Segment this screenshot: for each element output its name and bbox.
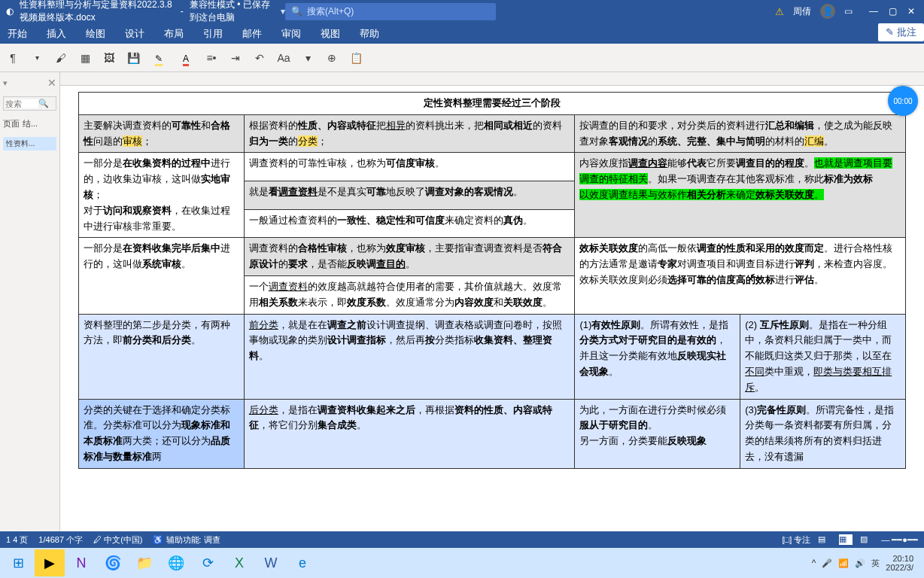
tab-references[interactable]: 引用 <box>199 24 227 44</box>
start-button[interactable]: ⊞ <box>3 549 33 576</box>
table-header: 定性资料整理需要经过三个阶段 <box>79 93 906 115</box>
search-icon[interactable]: 🔍 <box>38 99 49 108</box>
table-cell: 主要解决调查资料的可靠性和合格性问题的审核； <box>79 114 245 153</box>
tab-home[interactable]: 开始 <box>3 24 32 44</box>
tab-insert[interactable]: 插入 <box>42 24 71 44</box>
pane-close-icon[interactable]: ✕ <box>47 77 56 89</box>
autosave-toggle[interactable]: ◐ <box>6 6 14 17</box>
status-bar: 1 4 页 1/4687 个字 🖊 中文(中国) ♿ 辅助功能: 调查 [□] … <box>0 531 924 548</box>
read-mode-icon[interactable]: ▤ <box>818 534 831 545</box>
table-cell: 根据资料的性质、内容或特征把相异的资料挑出来，把相同或相近的资料归为一类的分类； <box>244 114 575 153</box>
taskbar-explorer[interactable]: 📁 <box>129 549 160 576</box>
search-box[interactable]: 🔍 搜索(Alt+Q) <box>285 3 496 20</box>
tab-mailings[interactable]: 邮件 <box>238 24 266 44</box>
taskbar-onenote[interactable]: N <box>66 549 96 576</box>
mic-icon[interactable]: 🎤 <box>822 558 832 568</box>
table-cell: 一部分是在收集资料的过程中进行的，边收集边审核，这叫做实地审核；对于访问和观察资… <box>79 153 245 238</box>
undo-icon[interactable]: ↶ <box>251 50 268 66</box>
table-cell: 一部分是在资料收集完毕后集中进行的，这叫做系统审核。 <box>79 238 245 314</box>
ribbon-mode-icon[interactable]: ▭ <box>844 6 853 17</box>
taskbar-app[interactable]: ▶ <box>35 549 65 576</box>
warning-icon[interactable]: ⚠ <box>775 6 784 17</box>
print-layout-icon[interactable]: ▦ <box>839 534 853 545</box>
taskbar-app[interactable]: 🌀 <box>98 549 128 576</box>
comments-button[interactable]: ✎ 批注 <box>878 23 924 41</box>
minimize-icon[interactable]: — <box>869 6 878 17</box>
page-count[interactable]: 1 4 页 <box>6 534 28 546</box>
table-cell: 一般通过检查资料的一致性、稳定性和可信度来确定资料的真伪。 <box>244 209 575 238</box>
tab-help[interactable]: 帮助 <box>355 24 384 44</box>
clock-time[interactable]: 20:10 <box>886 554 913 563</box>
table-cell: 效标关联效度的高低一般依调查的性质和采用的效度而定。进行合格性核的方法通常是邀请… <box>575 238 906 314</box>
volume-icon[interactable]: 🔊 <box>855 558 865 568</box>
maximize-icon[interactable]: ▢ <box>889 6 897 17</box>
clipboard-icon[interactable]: 📋 <box>348 50 364 66</box>
dropdown2-icon[interactable]: ▾ <box>299 50 316 66</box>
navigation-pane: ▾ ✕ 🔍 页面 结... 性资料... <box>0 72 60 531</box>
web-layout-icon[interactable]: ▨ <box>860 534 874 545</box>
table-cell: 调查资料的可靠性审核，也称为可信度审核。 <box>244 153 575 181</box>
bullets-icon[interactable]: ≡• <box>203 50 220 66</box>
insert-icon[interactable]: ⊕ <box>324 50 340 66</box>
indent-icon[interactable]: ⇥ <box>227 50 244 66</box>
taskbar-edge[interactable]: e <box>287 549 318 576</box>
document-area[interactable]: 00:00 ↖ 定性资料整理需要经过三个阶段 主要解决调查资料的可靠性和合格性问… <box>60 72 924 531</box>
tab-review[interactable]: 审阅 <box>277 24 305 44</box>
recording-timer[interactable]: 00:00 <box>888 86 918 116</box>
format-painter-icon[interactable]: 🖌 <box>53 50 69 66</box>
table-cell: 前分类，就是在在调查之前设计调查提纲、调查表格或调查问卷时，按照事物或现象的类别… <box>244 314 575 399</box>
picture-icon[interactable]: 🖼 <box>101 50 117 66</box>
pane-menu-icon[interactable]: ▾ <box>3 78 8 88</box>
nav-search[interactable]: 🔍 <box>3 96 56 111</box>
table-cell: (3)完备性原则。所谓完备性，是指分类每一条资料都要有所归属，分类的结果须将所有… <box>740 399 906 468</box>
table-cell: 按调查的目的和要求，对分类后的资料进行汇总和编辑，使之成为能反映查对象客观情况的… <box>575 114 906 153</box>
nav-search-input[interactable] <box>5 99 38 108</box>
search-placeholder: 搜索(Alt+Q) <box>307 5 354 18</box>
nav-tab-results[interactable]: 结... <box>23 118 38 129</box>
clock-date[interactable]: 2022/3/ <box>886 563 913 572</box>
zoom-slider[interactable]: — ━━●━━ <box>881 535 918 545</box>
taskbar-excel[interactable]: X <box>224 549 254 576</box>
taskbar-browser[interactable]: 🌐 <box>161 549 191 576</box>
doc-mode: 兼容性模式 • 已保存到这台电脑 <box>190 0 275 24</box>
table-icon[interactable]: ▦ <box>77 50 93 66</box>
table-cell: 资料整理的第二步是分类，有两种方法，即前分类和后分类。 <box>79 314 245 399</box>
taskbar-app[interactable]: ⟳ <box>193 549 223 576</box>
ruler[interactable] <box>60 72 924 86</box>
ime-indicator[interactable]: 英 <box>871 558 880 569</box>
doc-title: 性资料整理与分析与定量资料2022.3.8视频最终版本.docx <box>20 0 175 24</box>
table-cell: 为此，一方面在进行分类时候必须服从于研究目的。另一方面，分类要能反映现象 <box>575 399 740 468</box>
paragraph-mark-icon[interactable]: ¶ <box>5 50 21 66</box>
taskbar-word[interactable]: W <box>256 549 286 576</box>
table-cell: 内容效度指调查内容能够代表它所要调查目的的程度。也就是调查项目要调查的特征相关。… <box>575 153 906 238</box>
tab-design[interactable]: 设计 <box>120 24 149 44</box>
highlight-color-button[interactable]: ✎ <box>149 50 169 66</box>
tab-view[interactable]: 视图 <box>316 24 345 44</box>
table-cell: 后分类，是指在调查资料收集起来之后，再根据资料的性质、内容或特征，将它们分别集合… <box>244 399 575 468</box>
accessibility[interactable]: ♿ 辅助功能: 调查 <box>153 534 220 546</box>
title-bar: ◐ 性资料整理与分析与定量资料2022.3.8视频最终版本.docx - 兼容性… <box>0 0 924 23</box>
avatar-icon[interactable]: 👤 <box>820 4 835 19</box>
search-icon: 🔍 <box>291 6 302 17</box>
focus-mode[interactable]: [□] 专注 <box>782 534 810 546</box>
table-cell: 调查资料的合格性审核，也称为效度审核，主要指审查调查资料是否符合原设计的要求，是… <box>244 238 575 276</box>
table-cell: (2) 互斥性原则。是指在一种分组中，条资料只能归属于一类中，而不能既归这类又归… <box>740 314 906 399</box>
word-count[interactable]: 1/4687 个字 <box>38 534 83 546</box>
close-icon[interactable]: ✕ <box>907 6 915 17</box>
table-cell: 一个调查资料的效度越高就越符合使用者的需要，其价值就越大。效度常用相关系数来表示… <box>244 275 575 314</box>
taskbar: ⊞ ▶ N 🌀 📁 🌐 ⟳ X W e ^ 🎤 📶 🔊 英 20:10 2022… <box>0 548 924 578</box>
tab-draw[interactable]: 绘图 <box>81 24 110 44</box>
tab-layout[interactable]: 布局 <box>160 24 188 44</box>
dropdown-icon[interactable]: ▾ <box>29 50 45 66</box>
font-color-button[interactable]: A <box>176 50 196 66</box>
ribbon-tabs: 开始 插入 绘图 设计 布局 引用 邮件 审阅 视图 帮助 ✎ 批注 <box>0 23 924 44</box>
ribbon-toolbar: ¶ ▾ 🖌 ▦ 🖼 💾 ✎ A ≡• ⇥ ↶ Aa ▾ ⊕ 📋 <box>0 44 924 72</box>
lang-indicator[interactable]: 🖊 中文(中国) <box>93 534 142 546</box>
nav-tab-pages[interactable]: 页面 <box>3 118 20 129</box>
document-table: 定性资料整理需要经过三个阶段 主要解决调查资料的可靠性和合格性问题的审核； 根据… <box>78 92 906 469</box>
save-icon[interactable]: 💾 <box>125 50 141 66</box>
nav-doc-item[interactable]: 性资料... <box>3 137 56 151</box>
wifi-icon[interactable]: 📶 <box>838 558 849 568</box>
tray-expand-icon[interactable]: ^ <box>812 558 816 568</box>
font-case-icon[interactable]: Aa <box>275 50 292 66</box>
